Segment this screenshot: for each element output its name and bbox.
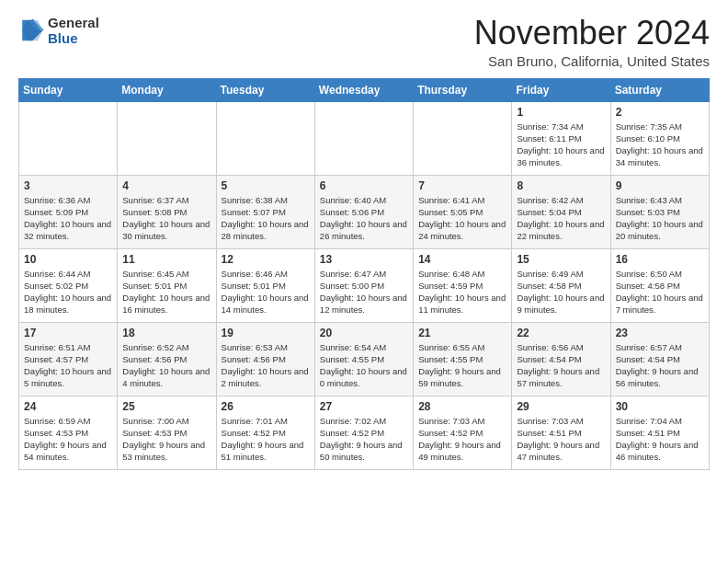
day-info: Sunrise: 6:53 AM Sunset: 4:56 PM Dayligh…	[222, 341, 310, 390]
day-number: 28	[418, 400, 506, 413]
day-number: 14	[418, 253, 506, 266]
day-info: Sunrise: 6:57 AM Sunset: 4:54 PM Dayligh…	[616, 341, 704, 390]
calendar-week-row: 3Sunrise: 6:36 AM Sunset: 5:09 PM Daylig…	[19, 175, 710, 248]
day-info: Sunrise: 6:54 AM Sunset: 4:55 PM Dayligh…	[320, 341, 408, 390]
day-number: 1	[517, 106, 605, 119]
calendar-week-row: 1Sunrise: 7:34 AM Sunset: 6:11 PM Daylig…	[19, 101, 710, 175]
calendar-cell: 9Sunrise: 6:43 AM Sunset: 5:03 PM Daylig…	[610, 175, 709, 248]
day-info: Sunrise: 6:45 AM Sunset: 5:01 PM Dayligh…	[122, 268, 210, 316]
calendar-cell: 14Sunrise: 6:48 AM Sunset: 4:59 PM Dayli…	[414, 248, 512, 322]
day-number: 13	[320, 253, 408, 266]
day-info: Sunrise: 6:59 AM Sunset: 4:53 PM Dayligh…	[24, 415, 112, 464]
calendar-cell: 20Sunrise: 6:54 AM Sunset: 4:55 PM Dayli…	[314, 322, 413, 396]
calendar-cell: 22Sunrise: 6:56 AM Sunset: 4:54 PM Dayli…	[512, 322, 610, 396]
page: General Blue November 2024 San Bruno, Ca…	[0, 0, 728, 485]
calendar-cell: 4Sunrise: 6:37 AM Sunset: 5:08 PM Daylig…	[118, 175, 216, 248]
calendar-cell: 29Sunrise: 7:03 AM Sunset: 4:51 PM Dayli…	[512, 396, 610, 469]
calendar-cell	[216, 101, 314, 175]
day-number: 12	[222, 253, 310, 266]
day-info: Sunrise: 6:55 AM Sunset: 4:55 PM Dayligh…	[418, 341, 506, 390]
day-info: Sunrise: 7:03 AM Sunset: 4:52 PM Dayligh…	[418, 415, 506, 464]
calendar-cell: 8Sunrise: 6:42 AM Sunset: 5:04 PM Daylig…	[512, 175, 610, 248]
day-info: Sunrise: 6:47 AM Sunset: 5:00 PM Dayligh…	[320, 268, 408, 316]
weekday-header: Wednesday	[314, 78, 413, 101]
day-info: Sunrise: 6:42 AM Sunset: 5:04 PM Dayligh…	[517, 194, 605, 243]
logo-icon	[18, 17, 44, 43]
calendar-cell: 27Sunrise: 7:02 AM Sunset: 4:52 PM Dayli…	[314, 396, 413, 469]
day-number: 21	[418, 327, 506, 339]
calendar: SundayMondayTuesdayWednesdayThursdayFrid…	[18, 78, 710, 470]
calendar-cell: 3Sunrise: 6:36 AM Sunset: 5:09 PM Daylig…	[19, 175, 118, 248]
logo: General Blue	[18, 15, 99, 47]
weekday-header: Thursday	[414, 78, 512, 101]
day-info: Sunrise: 6:36 AM Sunset: 5:09 PM Dayligh…	[24, 194, 112, 243]
day-number: 23	[616, 327, 704, 339]
weekday-header: Tuesday	[216, 78, 314, 101]
calendar-cell: 11Sunrise: 6:45 AM Sunset: 5:01 PM Dayli…	[118, 248, 216, 322]
day-number: 10	[24, 253, 112, 266]
day-number: 5	[222, 179, 310, 192]
day-number: 29	[517, 400, 605, 413]
day-info: Sunrise: 6:52 AM Sunset: 4:56 PM Dayligh…	[122, 341, 210, 390]
calendar-cell: 25Sunrise: 7:00 AM Sunset: 4:53 PM Dayli…	[118, 396, 216, 469]
calendar-cell	[414, 101, 512, 175]
calendar-week-row: 10Sunrise: 6:44 AM Sunset: 5:02 PM Dayli…	[19, 248, 710, 322]
header: General Blue November 2024 San Bruno, Ca…	[18, 15, 710, 69]
day-number: 19	[222, 327, 310, 339]
calendar-cell	[314, 101, 413, 175]
day-number: 16	[616, 253, 704, 266]
day-number: 11	[122, 253, 210, 266]
day-info: Sunrise: 6:40 AM Sunset: 5:06 PM Dayligh…	[320, 194, 408, 243]
day-info: Sunrise: 7:01 AM Sunset: 4:52 PM Dayligh…	[222, 415, 310, 464]
calendar-cell: 19Sunrise: 6:53 AM Sunset: 4:56 PM Dayli…	[216, 322, 314, 396]
day-info: Sunrise: 6:37 AM Sunset: 5:08 PM Dayligh…	[122, 194, 210, 243]
day-number: 25	[122, 400, 210, 413]
month-title: November 2024	[474, 15, 710, 52]
day-info: Sunrise: 7:04 AM Sunset: 4:51 PM Dayligh…	[616, 415, 704, 464]
day-number: 17	[24, 327, 112, 339]
title-block: November 2024 San Bruno, California, Uni…	[474, 15, 710, 69]
calendar-cell: 15Sunrise: 6:49 AM Sunset: 4:58 PM Dayli…	[512, 248, 610, 322]
calendar-cell: 7Sunrise: 6:41 AM Sunset: 5:05 PM Daylig…	[414, 175, 512, 248]
weekday-header: Monday	[118, 78, 216, 101]
calendar-cell: 23Sunrise: 6:57 AM Sunset: 4:54 PM Dayli…	[610, 322, 709, 396]
location: San Bruno, California, United States	[474, 53, 710, 69]
logo-general: General	[48, 15, 99, 30]
calendar-cell: 13Sunrise: 6:47 AM Sunset: 5:00 PM Dayli…	[314, 248, 413, 322]
day-number: 8	[517, 179, 605, 192]
day-number: 26	[222, 400, 310, 413]
day-number: 4	[122, 179, 210, 192]
day-info: Sunrise: 6:38 AM Sunset: 5:07 PM Dayligh…	[222, 194, 310, 243]
day-info: Sunrise: 7:34 AM Sunset: 6:11 PM Dayligh…	[517, 121, 605, 169]
weekday-header-row: SundayMondayTuesdayWednesdayThursdayFrid…	[19, 78, 710, 101]
day-number: 3	[24, 179, 112, 192]
day-info: Sunrise: 7:35 AM Sunset: 6:10 PM Dayligh…	[616, 121, 704, 169]
day-number: 7	[418, 179, 506, 192]
day-info: Sunrise: 6:56 AM Sunset: 4:54 PM Dayligh…	[517, 341, 605, 390]
day-number: 15	[517, 253, 605, 266]
logo-blue: Blue	[48, 30, 99, 46]
day-info: Sunrise: 7:02 AM Sunset: 4:52 PM Dayligh…	[320, 415, 408, 464]
day-number: 20	[320, 327, 408, 339]
weekday-header: Saturday	[610, 78, 709, 101]
day-number: 22	[517, 327, 605, 339]
day-info: Sunrise: 6:51 AM Sunset: 4:57 PM Dayligh…	[24, 341, 112, 390]
calendar-cell: 1Sunrise: 7:34 AM Sunset: 6:11 PM Daylig…	[512, 101, 610, 175]
day-info: Sunrise: 6:48 AM Sunset: 4:59 PM Dayligh…	[418, 268, 506, 316]
day-info: Sunrise: 6:44 AM Sunset: 5:02 PM Dayligh…	[24, 268, 112, 316]
day-number: 6	[320, 179, 408, 192]
calendar-cell: 6Sunrise: 6:40 AM Sunset: 5:06 PM Daylig…	[314, 175, 413, 248]
day-info: Sunrise: 6:41 AM Sunset: 5:05 PM Dayligh…	[418, 194, 506, 243]
day-number: 18	[122, 327, 210, 339]
day-info: Sunrise: 6:43 AM Sunset: 5:03 PM Dayligh…	[616, 194, 704, 243]
day-number: 30	[616, 400, 704, 413]
calendar-week-row: 17Sunrise: 6:51 AM Sunset: 4:57 PM Dayli…	[19, 322, 710, 396]
calendar-cell: 12Sunrise: 6:46 AM Sunset: 5:01 PM Dayli…	[216, 248, 314, 322]
calendar-cell: 10Sunrise: 6:44 AM Sunset: 5:02 PM Dayli…	[19, 248, 118, 322]
logo-text: General Blue	[48, 15, 99, 47]
calendar-cell: 16Sunrise: 6:50 AM Sunset: 4:58 PM Dayli…	[610, 248, 709, 322]
weekday-header: Friday	[512, 78, 610, 101]
day-info: Sunrise: 6:49 AM Sunset: 4:58 PM Dayligh…	[517, 268, 605, 316]
day-info: Sunrise: 6:50 AM Sunset: 4:58 PM Dayligh…	[616, 268, 704, 316]
calendar-cell: 24Sunrise: 6:59 AM Sunset: 4:53 PM Dayli…	[19, 396, 118, 469]
